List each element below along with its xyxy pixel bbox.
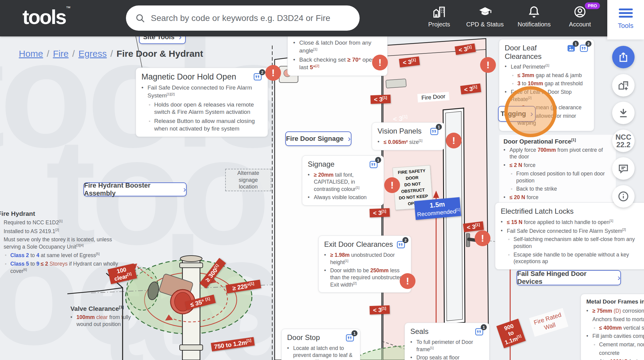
info-button[interactable]	[612, 185, 635, 208]
panel-bullets: •Apply force 700mm from pivot centre of …	[503, 147, 612, 209]
exit-door-clearances-card: Exit Door Clearances 2 •≥ 1.98m unobstru…	[318, 236, 411, 293]
tools-menu-button[interactable]: Tools	[607, 0, 644, 39]
app-logo[interactable]: tools™	[22, 5, 70, 29]
panel-bullets: •Required to NCC E1D2[1]•Installed to AS…	[0, 219, 125, 274]
nav-item-projects[interactable]: Projects	[428, 5, 450, 28]
bell-icon	[527, 5, 541, 19]
chevron-right-icon: ›	[618, 273, 620, 282]
search-icon	[135, 13, 145, 23]
breadcrumb-fire-link[interactable]: Fire	[53, 49, 69, 59]
chevron-right-icon: ›	[183, 185, 186, 194]
reference-count-badge: 1	[375, 157, 381, 163]
highlight-circle	[504, 86, 557, 137]
valve-clearance-panel: Valve Clearance[1] •100mm clear from ful…	[70, 305, 146, 328]
tools-menu-label: Tools	[618, 22, 633, 30]
panel-bullets: •100mm clear from fully wound out positi…	[70, 314, 146, 328]
share-button[interactable]	[612, 46, 635, 68]
search-bar[interactable]	[126, 5, 360, 31]
fail-safe-hinged-button[interactable]: Fail Safe Hinged Door Devices ›	[517, 270, 621, 285]
quote-reference-icon[interactable]: 1	[345, 333, 354, 342]
gap-dimension-tag: < 3[1]	[370, 305, 390, 315]
card-title: Metal Door Frames in Mason	[586, 298, 644, 305]
card-title: Magnetic Door Hold Open	[141, 72, 236, 82]
hamburger-icon	[619, 12, 633, 14]
search-input[interactable]	[151, 13, 351, 23]
breadcrumb-separator: /	[110, 49, 113, 59]
chevron-right-icon: ›	[348, 134, 351, 143]
nav-item-label: Notifications	[518, 21, 551, 28]
add-to-project-button[interactable]	[612, 74, 635, 97]
reference-count-badge: 1	[351, 330, 358, 336]
card-bullets: •≥ 20mm tall font, CAPITALISED, in contr…	[308, 172, 378, 201]
nav-item-notifications[interactable]: Notifications	[518, 5, 551, 28]
nav-item-account[interactable]: Account PRO	[569, 5, 591, 28]
panel-title: Fire Hydrant	[0, 210, 125, 217]
magnetic-holder-device	[386, 79, 406, 88]
alert-icon[interactable]: !	[475, 230, 490, 246]
reference-count-badge: 1	[481, 324, 487, 330]
page-title: Fire Door & Hydrant	[117, 49, 203, 59]
card-title: Door Stop	[287, 333, 320, 342]
breadcrumb-separator: /	[47, 49, 49, 59]
breadcrumb: Home / Fire / Egress / Fire Door & Hydra…	[19, 49, 203, 59]
image-reference-icon[interactable]: 1	[567, 44, 576, 53]
vision-panels-card: Vision Panels 1 •≤ 0.065m² size[1]	[372, 122, 445, 150]
alert-icon[interactable]: !	[446, 133, 462, 148]
seals-card: Seals 1 •To full perimeter of Door frame…	[405, 323, 490, 360]
quote-reference-icon[interactable]: 1	[430, 127, 439, 136]
fire-hydrant-booster-label: Fire Hydrant Booster Assembly	[84, 182, 179, 197]
fire-hydrant-panel: Fire Hydrant •Required to NCC E1D2[1]•In…	[0, 210, 125, 274]
comments-button[interactable]	[612, 157, 635, 180]
alert-icon[interactable]: !	[480, 57, 496, 73]
door-operational-force-panel: Door Operational Force[1] •Apply force 7…	[499, 135, 616, 212]
fire-hydrant-booster-button[interactable]: Fire Hydrant Booster Assembly ›	[83, 182, 187, 196]
alert-icon[interactable]: !	[265, 65, 281, 81]
quote-reference-icon[interactable]: 2	[396, 240, 405, 249]
nav-item-label: CPD & Status	[466, 21, 503, 28]
magnetic-door-hold-open-card: Magnetic Door Hold Open 2 •Fail Safe Dev…	[136, 68, 268, 137]
page: tools tools tools tools	[0, 0, 644, 360]
reference-count-badge: 1	[436, 124, 442, 130]
comment-icon	[617, 162, 629, 175]
hamburger-icon	[619, 8, 633, 10]
card-bullets: •≥ 75mm (D) corrosion-resisAnchors fixed…	[586, 307, 644, 360]
card-bullets: •Fail Safe Device connected to Fire Alar…	[141, 84, 262, 132]
hamburger-icon	[619, 16, 633, 18]
quote-reference-icon[interactable]: 2	[579, 44, 588, 53]
fire-door-signage-label: Fire Door Signage	[286, 135, 344, 143]
pro-badge: PRO	[585, 2, 600, 9]
gap-dimension-tag: < 3[1]	[370, 208, 390, 218]
quote-reference-icon[interactable]: 2	[253, 72, 262, 81]
breadcrumb-separator: /	[72, 49, 75, 59]
reference-count-badge: 1	[573, 41, 579, 47]
card-bullets: •Locate at latch end to prevent damage t…	[287, 345, 354, 360]
add-to-project-icon	[617, 79, 629, 91]
signage-card: Signage 1 •≥ 20mm tall font, CAPITALISED…	[302, 155, 384, 205]
breadcrumb-home-link[interactable]: Home	[19, 49, 43, 59]
trademark-symbol: ™	[66, 5, 70, 11]
alert-icon[interactable]: !	[372, 55, 388, 70]
panel-title: Door Operational Force[1]	[503, 138, 612, 145]
quote-reference-icon[interactable]: 1	[475, 327, 484, 336]
panel-title: Valve Clearance[1]	[70, 305, 146, 312]
card-title: Electrified Latch Locks	[501, 207, 574, 216]
card-title: Vision Panels	[378, 127, 422, 135]
graduation-cap-icon	[478, 5, 492, 19]
info-icon	[617, 190, 629, 202]
card-title: Seals	[410, 327, 429, 336]
download-icon	[617, 107, 629, 119]
alert-icon[interactable]: !	[400, 273, 415, 289]
card-title: Signage	[308, 160, 334, 168]
ncc-code-button[interactable]: NCC22.2	[612, 130, 635, 152]
breadcrumb-egress-link[interactable]: Egress	[78, 49, 107, 59]
download-button[interactable]	[612, 102, 635, 124]
share-icon	[617, 51, 629, 63]
nav-item-cpd-status[interactable]: CPD & Status	[466, 5, 503, 28]
quote-reference-icon[interactable]: 1	[369, 160, 378, 169]
projects-icon	[432, 5, 446, 19]
alert-icon[interactable]: !	[384, 177, 400, 193]
card-bullets: •≥ 1.98m unobstructed Door height[1]•Doo…	[324, 252, 405, 288]
reference-count-badge: 2	[259, 69, 265, 75]
nav-item-label: Projects	[428, 21, 450, 28]
fire-door-signage-button[interactable]: Fire Door Signage ›	[285, 131, 351, 146]
